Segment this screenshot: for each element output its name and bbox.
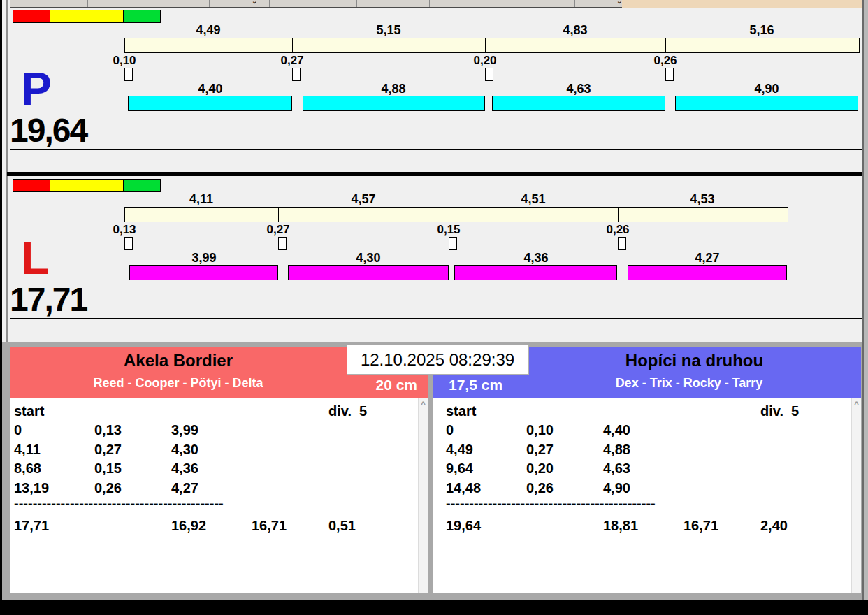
- chevron-down-icon: ⌄: [252, 0, 257, 5]
- split-cross-value: 0,15: [94, 460, 122, 477]
- cross-marker: [665, 68, 674, 81]
- team-name: Akela Bordier: [10, 351, 347, 370]
- split-cross-value: 0,10: [526, 421, 554, 438]
- cross-marker: [124, 237, 133, 250]
- sum-clean-value: 18,81: [603, 517, 638, 534]
- split-cumulative-value: 9,64: [446, 460, 473, 477]
- reference-time-value: 16,71: [683, 517, 718, 534]
- toolbar-segment[interactable]: [342, 0, 357, 7]
- dog-clean-time-bar: [128, 96, 292, 111]
- toolbar-segment[interactable]: [502, 0, 575, 7]
- split-bar: [124, 38, 860, 53]
- teams-section: Akela Bordier Reed - Cooper - Pötyi - De…: [2, 342, 864, 600]
- table-header-division: div. 5: [760, 403, 799, 419]
- clean-time-value: 4,36: [505, 252, 567, 264]
- split-segment: [293, 38, 485, 52]
- team-name: Hopíci na druhou: [528, 351, 861, 370]
- table-header-start: start: [446, 403, 476, 419]
- team-panel-left: Akela Bordier Reed - Cooper - Pötyi - De…: [10, 347, 428, 595]
- jump-height-label: 20 cm: [375, 376, 417, 394]
- split-time-value: 4,11: [170, 193, 233, 205]
- split-clean-value: 4,88: [603, 441, 630, 458]
- split-cross-value: 0,20: [526, 460, 554, 477]
- toolbar-segment[interactable]: [575, 0, 621, 7]
- split-clean-value: 4,30: [171, 441, 198, 458]
- cross-time-value: 0,26: [641, 55, 690, 66]
- window-right-gutter: [864, 0, 868, 600]
- cross-time-value: 0,20: [461, 55, 509, 66]
- split-time-value: 4,49: [177, 24, 240, 36]
- clean-time-value: 4,40: [179, 82, 242, 95]
- toolbar-segment[interactable]: [270, 0, 342, 7]
- total-time-value: 17,71: [14, 517, 49, 534]
- clean-time-value: 4,27: [676, 252, 739, 264]
- traffic-light-cell: [124, 180, 160, 191]
- clean-time-value: 4,90: [735, 82, 798, 95]
- table-header-division: div. 5: [328, 403, 367, 419]
- lane-status-strip: [10, 149, 864, 171]
- split-cumulative-value: 4,49: [446, 441, 473, 458]
- table-scrollbar[interactable]: ^: [851, 398, 861, 593]
- split-clean-value: 3,99: [171, 421, 198, 438]
- cross-time-value: 0,13: [100, 224, 149, 236]
- total-time-value: 19,64: [446, 517, 481, 534]
- dog-clean-time-bar: [454, 265, 617, 280]
- jump-height-label: 17,5 cm: [449, 376, 502, 394]
- table-separator: ----------------------------------------…: [446, 495, 656, 512]
- traffic-light-cell: [13, 10, 50, 22]
- toolbar-segment[interactable]: [210, 0, 270, 7]
- cross-marker: [485, 68, 493, 81]
- cross-marker: [618, 237, 626, 250]
- lane-total-time: 19,64: [10, 113, 87, 148]
- split-time-value: 4,51: [502, 193, 565, 205]
- table-separator: ----------------------------------------…: [14, 495, 224, 512]
- lane-panel-l: L 17,71 4,110,133,994,570,274,304,510,15…: [10, 176, 864, 341]
- clean-time-value: 3,99: [173, 252, 236, 264]
- toolbar-segment[interactable]: [10, 0, 88, 7]
- timing-app-window: { "window": { "datetime": "12.10.2025 08…: [0, 0, 868, 615]
- table-scrollbar[interactable]: ^: [418, 398, 428, 593]
- toolbar-segment[interactable]: [357, 0, 430, 7]
- split-bar: [124, 207, 788, 222]
- cross-time-value: 0,10: [100, 55, 149, 66]
- splits-table[interactable]: startdiv. 500,104,404,490,274,889,640,20…: [433, 398, 851, 593]
- scroll-up-icon[interactable]: ^: [852, 400, 861, 409]
- table-header-start: start: [14, 403, 44, 419]
- split-cross-value: 0,27: [94, 441, 122, 458]
- cross-time-value: 0,15: [424, 224, 473, 236]
- split-cumulative-value: 4,11: [14, 441, 41, 458]
- clean-time-value: 4,88: [362, 82, 425, 95]
- traffic-light-cell: [50, 10, 87, 22]
- start-lights-strip: [13, 10, 161, 23]
- dog-clean-time-bar: [492, 96, 665, 111]
- split-clean-value: 4,27: [171, 479, 198, 496]
- scroll-up-icon[interactable]: ^: [419, 400, 428, 409]
- dog-clean-time-bar: [129, 265, 278, 280]
- split-time-value: 5,15: [357, 24, 420, 36]
- split-cross-value: 0,26: [94, 479, 122, 496]
- split-cumulative-value: 8,68: [14, 460, 41, 477]
- split-cross-value: 0,27: [526, 441, 554, 458]
- datetime-display: 12.10.2025 08:29:39: [347, 345, 529, 375]
- split-cross-value: 0,13: [94, 421, 122, 438]
- lane-status-strip: [10, 318, 864, 340]
- split-segment: [666, 38, 859, 52]
- split-segment: [449, 208, 618, 222]
- dog-clean-time-bar: [288, 265, 449, 280]
- split-cumulative-value: 0: [446, 421, 454, 438]
- cross-marker: [292, 68, 301, 81]
- split-segment: [125, 38, 293, 52]
- split-segment: [486, 38, 666, 52]
- splits-table[interactable]: startdiv. 500,133,994,110,274,308,680,15…: [10, 398, 418, 593]
- toolbar-segment[interactable]: [88, 0, 150, 7]
- split-clean-value: 4,90: [603, 479, 630, 496]
- split-time-value: 4,57: [332, 193, 395, 205]
- split-segment: [619, 208, 788, 222]
- cross-time-value: 0,27: [254, 224, 303, 236]
- split-cumulative-value: 14,48: [446, 479, 481, 496]
- cross-marker: [124, 68, 133, 81]
- sum-clean-value: 16,92: [171, 517, 206, 534]
- toolbar-segment[interactable]: [150, 0, 210, 7]
- split-segment: [125, 208, 279, 222]
- toolbar-segment[interactable]: [430, 0, 502, 7]
